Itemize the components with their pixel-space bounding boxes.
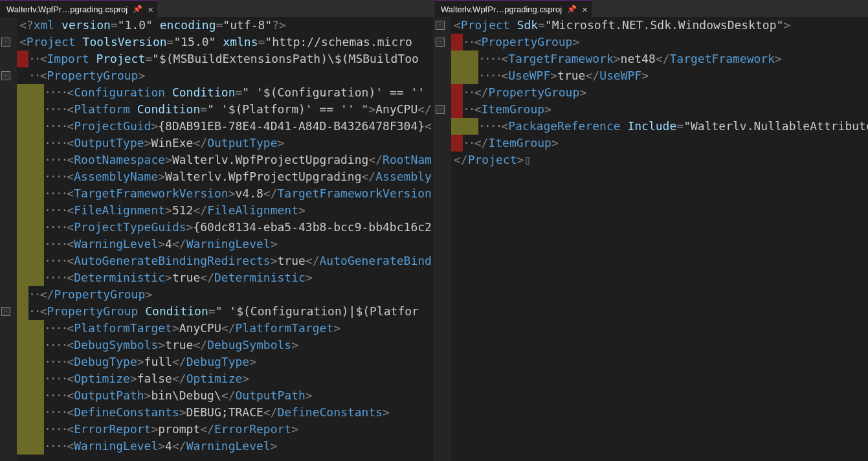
fold-minus-icon[interactable]: - [1,307,10,316]
code-line: ····<AssemblyName>Walterlv.WpfProjectUpg… [17,168,434,185]
code-line: ····<OutputType>WinExe</OutputType> [17,135,434,152]
code-line: ····<DefineConstants>DEBUG;TRACE</Define… [17,404,434,421]
fold-minus-icon[interactable]: - [436,105,445,114]
code-line: </Project>▯ [451,152,868,168]
code-line: ··<PropertyGroup Condition=" '$(Configur… [17,303,434,320]
pin-icon[interactable]: 📌 [133,5,142,14]
code-line: ····<Configuration Condition=" '$(Config… [17,84,434,101]
pin-icon[interactable]: 📌 [567,5,577,14]
code-line: ··</PropertyGroup> [451,84,868,101]
code-line: ····<PackageReference Include="Walterlv.… [451,118,868,135]
fold-gutter: - - - [434,17,451,461]
code-line: ··</ItemGroup> [451,135,868,152]
code-line: ····<ErrorReport>prompt</ErrorReport> [17,421,434,438]
code-line: ····<AutoGenerateBindingRedirects>true</… [17,253,434,269]
code-line: ····<Deterministic>true</Deterministic> [17,269,434,286]
code-line: ····<WarningLevel>4</WarningLevel> [17,236,434,253]
code-line: ····<RootNamespace>Walterlv.WpfProjectUp… [17,152,434,168]
code-editor[interactable]: <?xml version="1.0" encoding="utf-8"?> <… [17,17,434,461]
code-line: ····<ProjectGuid>{8DAB91EB-78E4-4D41-A84… [17,118,434,135]
tab-bar: Walterlv.WpfPr…pgrading.csproj 📌 × [0,0,434,17]
code-line: ····<Platform Condition=" '$(Platform)' … [17,101,434,118]
tab-title: Walterlv.WpfPr…pgrading.csproj [441,5,562,14]
code-line: ··<PropertyGroup> [451,34,868,51]
fold-gutter: - - - [0,17,17,461]
fold-minus-icon[interactable]: - [1,71,10,80]
tab-title: Walterlv.WpfPr…pgrading.csproj [6,5,128,14]
code-line: ····<UseWPF>true</UseWPF> [451,67,868,84]
fold-minus-icon[interactable]: - [436,38,445,47]
fold-minus-icon[interactable]: - [1,38,10,47]
code-line: ··<PropertyGroup> [17,67,434,84]
code-line: ····<OutputPath>bin\Debug\</OutputPath> [17,387,434,404]
file-tab[interactable]: Walterlv.WpfPr…pgrading.csproj 📌 × [0,0,157,17]
editor-pane-left: Walterlv.WpfPr…pgrading.csproj 📌 × - - -… [0,0,434,461]
close-icon[interactable]: × [582,4,588,15]
code-line: ····<ProjectTypeGuids>{60dc8134-eba5-43b… [17,219,434,236]
code-line: ····<TargetFramework>net48</TargetFramew… [451,51,868,67]
code-line: ····<DebugType>full</DebugType> [17,354,434,370]
close-icon[interactable]: × [148,4,153,15]
code-line: ····<TargetFrameworkVersion>v4.8</Target… [17,185,434,202]
tab-bar: Walterlv.WpfPr…pgrading.csproj 📌 × [434,0,868,17]
file-tab[interactable]: Walterlv.WpfPr…pgrading.csproj 📌 × [434,0,592,17]
code-line: <?xml version="1.0" encoding="utf-8"?> [17,17,434,34]
code-editor[interactable]: <Project Sdk="Microsoft.NET.Sdk.WindowsD… [451,17,868,461]
code-line: ··<ItemGroup> [451,101,868,118]
code-line: ····<FileAlignment>512</FileAlignment> [17,202,434,219]
code-line: ····<WarningLevel>4</WarningLevel> [17,438,434,455]
code-line: ····<DebugSymbols>true</DebugSymbols> [17,337,434,354]
code-line: <Project Sdk="Microsoft.NET.Sdk.WindowsD… [451,17,868,34]
code-line: ····<Optimize>false</Optimize> [17,370,434,387]
code-line: ··</PropertyGroup> [17,286,434,303]
editor-pane-right: Walterlv.WpfPr…pgrading.csproj 📌 × - - -… [434,0,868,461]
fold-minus-icon[interactable]: - [436,21,445,30]
code-line: ··<Import Project="$(MSBuildExtensionsPa… [17,51,434,67]
code-line: <Project ToolsVersion="15.0" xmlns="http… [17,34,434,51]
code-line: ····<PlatformTarget>AnyCPU</PlatformTarg… [17,320,434,337]
